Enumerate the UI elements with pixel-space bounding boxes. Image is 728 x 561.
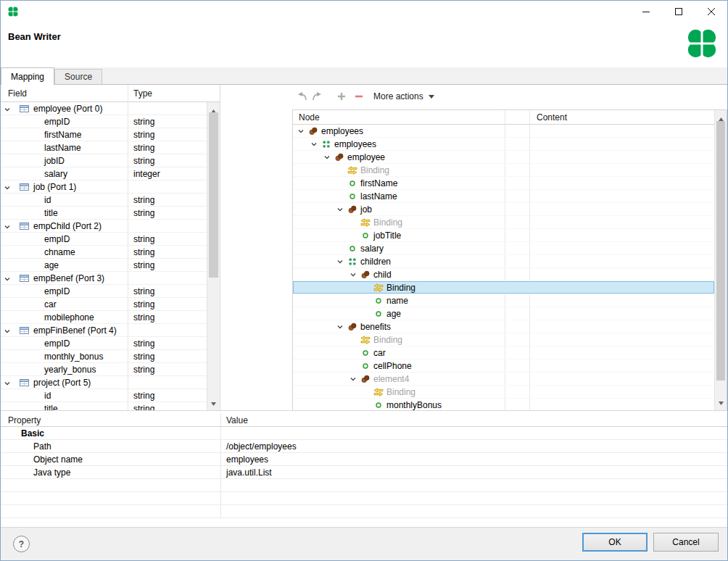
property-row[interactable]: Path/object/employees bbox=[1, 440, 727, 453]
property-row[interactable]: Java typejava.util.List bbox=[1, 466, 727, 479]
field-row[interactable]: empIDstring bbox=[1, 233, 207, 246]
binding-icon bbox=[373, 388, 384, 396]
chevron-spacer bbox=[349, 336, 360, 344]
add-icon[interactable] bbox=[334, 89, 349, 104]
tree-node-cellphone[interactable]: cellPhone bbox=[293, 360, 714, 373]
tree-node-benefits[interactable]: benefits bbox=[293, 320, 714, 333]
tab-source[interactable]: Source bbox=[54, 69, 102, 84]
tree-node-binding[interactable]: Binding bbox=[293, 281, 714, 294]
maximize-button[interactable] bbox=[662, 1, 695, 22]
field-row[interactable]: idstring bbox=[1, 389, 207, 402]
scroll-down-icon[interactable] bbox=[719, 397, 724, 407]
more-actions-button[interactable]: More actions bbox=[373, 91, 423, 101]
chevron-down-icon[interactable] bbox=[310, 141, 320, 148]
remove-icon[interactable] bbox=[352, 89, 366, 104]
chevron-down-icon[interactable] bbox=[4, 105, 11, 115]
chevron-down-icon[interactable] bbox=[336, 323, 347, 331]
property-row[interactable]: Object nameemployees bbox=[1, 453, 727, 466]
tree-scrollbar[interactable] bbox=[714, 110, 727, 410]
field-type: string bbox=[133, 208, 154, 218]
chevron-down-icon[interactable] bbox=[4, 327, 11, 337]
tree-node-employees[interactable]: employees bbox=[293, 138, 714, 151]
tree-node-age[interactable]: age bbox=[293, 307, 714, 320]
tree-node-employees[interactable]: employees bbox=[293, 125, 714, 138]
tree-node-monthlybonus[interactable]: monthlyBonus bbox=[293, 399, 714, 410]
tree-node-binding[interactable]: Binding bbox=[293, 164, 714, 177]
tree-node-label: Binding bbox=[386, 283, 415, 293]
property-value[interactable]: employees bbox=[226, 454, 268, 465]
tree-node-salary[interactable]: salary bbox=[293, 242, 714, 255]
tree-node-car[interactable]: car bbox=[293, 346, 714, 360]
field-row[interactable]: firstNamestring bbox=[1, 128, 207, 141]
close-button[interactable] bbox=[695, 1, 727, 22]
field-group-row[interactable]: empBenef (Port 3) bbox=[1, 272, 207, 285]
field-group-label: job (Port 1) bbox=[33, 182, 76, 192]
chevron-spacer bbox=[363, 388, 373, 396]
chevron-down-icon[interactable] bbox=[4, 275, 11, 285]
field-row[interactable]: idstring bbox=[1, 194, 207, 207]
cancel-button[interactable]: Cancel bbox=[653, 533, 719, 552]
tree-node-binding[interactable]: Binding bbox=[293, 216, 714, 229]
tree-node-binding[interactable]: Binding bbox=[293, 386, 714, 399]
fields-scrollbar[interactable] bbox=[207, 102, 220, 411]
scrollbar-thumb[interactable] bbox=[209, 112, 218, 278]
field-group-row[interactable]: employee (Port 0) bbox=[1, 102, 207, 115]
tree-node-jobtitle[interactable]: jobTitle bbox=[293, 229, 714, 242]
field-group-row[interactable]: job (Port 1) bbox=[1, 180, 207, 194]
tree-node-job[interactable]: job bbox=[293, 203, 714, 216]
field-row[interactable]: lastNamestring bbox=[1, 141, 207, 154]
chevron-down-icon[interactable] bbox=[4, 183, 11, 194]
chevron-down-icon[interactable] bbox=[4, 223, 11, 233]
tree-node-children[interactable]: children bbox=[293, 255, 714, 268]
tree-node-firstname[interactable]: firstName bbox=[293, 177, 714, 190]
field-type: string bbox=[133, 195, 154, 205]
help-button[interactable]: ? bbox=[13, 536, 30, 552]
column-header-property: Property bbox=[8, 415, 41, 425]
field-name: title bbox=[44, 208, 58, 218]
chevron-down-icon[interactable] bbox=[297, 128, 307, 135]
field-row[interactable]: empIDstring bbox=[1, 115, 207, 128]
field-group-row[interactable]: empChild (Port 2) bbox=[1, 220, 207, 233]
chevron-down-icon[interactable] bbox=[349, 271, 360, 278]
property-name: Java type bbox=[33, 467, 70, 478]
field-row[interactable]: empIDstring bbox=[1, 337, 207, 350]
chevron-down-icon[interactable] bbox=[429, 95, 434, 99]
chevron-down-icon[interactable] bbox=[4, 379, 11, 389]
field-row[interactable]: monthly_bonusstring bbox=[1, 350, 207, 363]
field-row[interactable]: agestring bbox=[1, 259, 207, 272]
field-row[interactable]: carstring bbox=[1, 298, 207, 311]
field-row[interactable]: empIDstring bbox=[1, 285, 207, 298]
chevron-down-icon[interactable] bbox=[349, 375, 360, 383]
tree-node-lastname[interactable]: lastName bbox=[293, 190, 714, 203]
tree-node-label: name bbox=[386, 296, 408, 306]
chevron-down-icon[interactable] bbox=[336, 206, 347, 213]
field-group-row[interactable]: project (Port 5) bbox=[1, 376, 207, 389]
chevron-down-icon[interactable] bbox=[336, 258, 347, 265]
tree-node-element4[interactable]: element4 bbox=[293, 373, 714, 386]
field-row[interactable]: yearly_bonusstring bbox=[1, 363, 207, 376]
field-row[interactable]: chnamestring bbox=[1, 246, 207, 259]
chevron-down-icon[interactable] bbox=[323, 154, 334, 161]
property-value[interactable]: java.util.List bbox=[226, 467, 272, 478]
tab-mapping[interactable]: Mapping bbox=[1, 67, 54, 85]
tree-node-binding[interactable]: Binding bbox=[293, 333, 714, 346]
minimize-button[interactable] bbox=[629, 1, 662, 22]
map-connect-right-icon[interactable] bbox=[310, 89, 324, 104]
scrollbar-thumb[interactable] bbox=[716, 121, 725, 381]
field-row[interactable]: titlestring bbox=[1, 207, 207, 220]
field-row[interactable]: mobilephonestring bbox=[1, 311, 207, 324]
map-connect-left-icon[interactable] bbox=[295, 89, 310, 104]
tab-mapping-label: Mapping bbox=[11, 72, 44, 82]
field-group-row[interactable]: empFinBenef (Port 4) bbox=[1, 324, 207, 337]
property-name: Object name bbox=[33, 454, 83, 465]
property-value[interactable]: /object/employees bbox=[226, 441, 297, 452]
tree-node-name[interactable]: name bbox=[293, 294, 714, 307]
element-icon bbox=[360, 232, 371, 239]
scroll-down-icon[interactable] bbox=[211, 398, 216, 408]
ok-button[interactable]: OK bbox=[582, 533, 648, 552]
horizontal-splitter[interactable] bbox=[1, 410, 727, 411]
field-row[interactable]: salaryinteger bbox=[1, 167, 207, 180]
tree-node-employee[interactable]: employee bbox=[293, 151, 714, 164]
tree-node-child[interactable]: child bbox=[293, 268, 714, 281]
field-row[interactable]: jobIDstring bbox=[1, 154, 207, 167]
